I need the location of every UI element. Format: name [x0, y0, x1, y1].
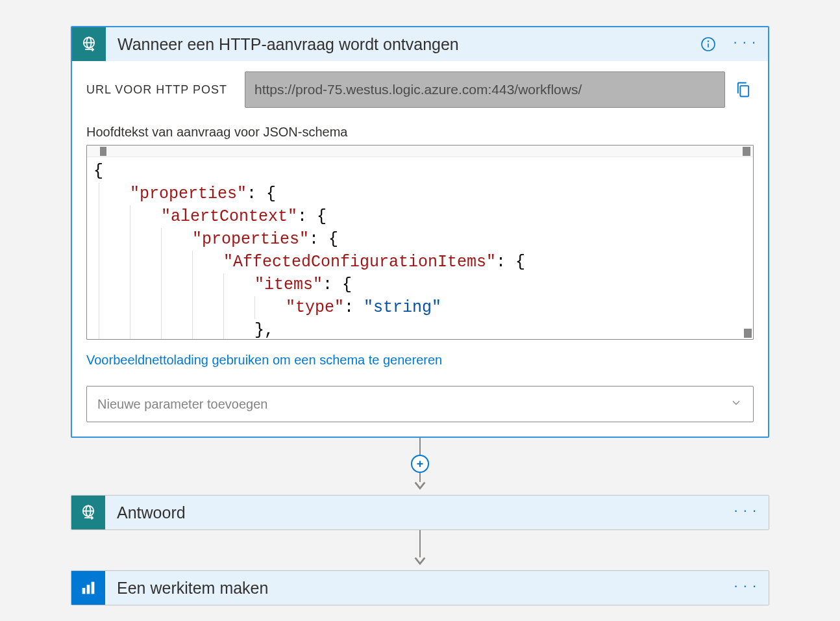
- code-line: "type": "string": [87, 296, 753, 319]
- svg-rect-11: [87, 585, 90, 594]
- code-line: "properties": {: [87, 228, 753, 251]
- use-sample-payload-link[interactable]: Voorbeeldnettolading gebruiken om een sc…: [86, 353, 442, 368]
- trigger-title: Wanneer een HTTP-aanvraag wordt ontvange…: [117, 35, 700, 54]
- response-title: Antwoord: [117, 503, 728, 522]
- response-header[interactable]: Antwoord · · ·: [71, 496, 769, 529]
- editor-scrollbar-corner[interactable]: [744, 329, 752, 338]
- trigger-menu-button[interactable]: · · ·: [728, 35, 761, 49]
- svg-point-5: [708, 40, 709, 42]
- code-line: "properties": {: [87, 183, 753, 205]
- response-card[interactable]: Antwoord · · ·: [71, 495, 769, 530]
- add-parameter-placeholder: Nieuwe parameter toevoegen: [97, 397, 267, 412]
- svg-rect-12: [92, 582, 95, 594]
- arrow-down-icon: [413, 481, 427, 495]
- workitem-menu-button[interactable]: · · ·: [728, 579, 762, 593]
- code-line: },: [87, 319, 753, 339]
- svg-rect-6: [740, 86, 748, 96]
- workitem-header[interactable]: Een werkitem maken · · ·: [71, 571, 769, 605]
- code-line: {: [87, 160, 753, 183]
- trigger-header[interactable]: Wanneer een HTTP-aanvraag wordt ontvange…: [72, 27, 768, 61]
- response-menu-button[interactable]: · · ·: [728, 503, 762, 518]
- svg-rect-10: [82, 588, 86, 594]
- schema-label: Hoofdtekst van aanvraag voor JSON-schema: [86, 125, 754, 140]
- http-request-icon: [72, 27, 106, 61]
- url-field[interactable]: https://prod-75.westus.logic.azure.com:4…: [245, 71, 725, 108]
- code-line: "alertContext": {: [87, 205, 753, 228]
- response-icon: [71, 496, 105, 529]
- add-parameter-dropdown[interactable]: Nieuwe parameter toevoegen: [86, 386, 754, 422]
- copy-icon[interactable]: [734, 80, 754, 99]
- url-label: URL VOOR HTTP POST: [86, 83, 236, 97]
- connector: [413, 530, 427, 570]
- code-line: "items": {: [87, 273, 753, 296]
- arrow-down-icon: [413, 556, 427, 570]
- add-step-button[interactable]: +: [411, 455, 429, 473]
- info-icon[interactable]: [700, 36, 716, 52]
- connector-add: +: [411, 438, 429, 495]
- chevron-down-icon: [730, 396, 743, 412]
- workitem-title: Een werkitem maken: [117, 579, 728, 598]
- trigger-card: Wanneer een HTTP-aanvraag wordt ontvange…: [71, 26, 769, 438]
- editor-scrollbar-top[interactable]: [87, 146, 753, 157]
- code-line: "AffectedConfigurationItems": {: [87, 251, 753, 273]
- workitem-card[interactable]: Een werkitem maken · · ·: [71, 570, 769, 605]
- json-schema-editor[interactable]: {"properties": {"alertContext": {"proper…: [86, 145, 754, 340]
- devops-icon: [71, 571, 105, 605]
